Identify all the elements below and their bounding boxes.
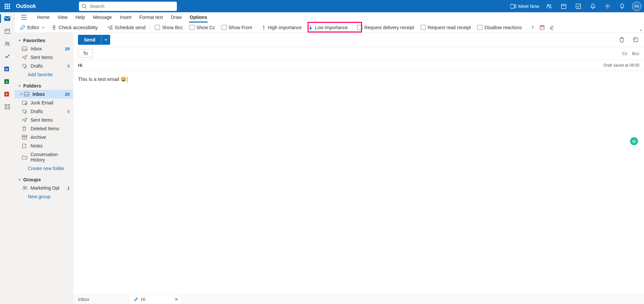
favorites-drafts[interactable]: Drafts 9 xyxy=(15,62,73,70)
favorites-header[interactable]: Favorites xyxy=(15,36,73,44)
search-icon xyxy=(82,4,87,9)
rail-calendar-icon[interactable] xyxy=(0,25,15,37)
favorites-sent[interactable]: Sent Items xyxy=(15,53,73,62)
send-dropdown-icon[interactable] xyxy=(101,35,110,45)
grammarly-icon[interactable]: G xyxy=(630,137,638,145)
signature-button[interactable] xyxy=(547,23,556,32)
folders-section: Folders Inbox 29 Junk Email Drafts xyxy=(15,82,73,173)
popout-button[interactable] xyxy=(632,36,639,43)
checkbox-icon xyxy=(357,25,362,30)
high-importance-button[interactable]: High importance xyxy=(258,23,305,32)
rail-powerpoint-icon[interactable]: P xyxy=(0,88,15,100)
editor-button[interactable]: Editor xyxy=(17,23,48,32)
rail-todo-icon[interactable] xyxy=(0,50,15,63)
accessibility-icon xyxy=(51,25,57,30)
svg-rect-41 xyxy=(23,137,27,139)
create-folder-link[interactable]: Create new folder xyxy=(15,164,73,173)
task-icon[interactable] xyxy=(574,2,583,11)
favorites-inbox[interactable]: Inbox 29 xyxy=(15,44,73,53)
tab-message[interactable]: Message xyxy=(89,12,116,22)
emoji-icon: 😀 xyxy=(120,76,127,82)
folder-drafts[interactable]: Drafts 9 xyxy=(15,107,73,116)
calendar-icon[interactable] xyxy=(559,2,568,11)
rail-people-icon[interactable] xyxy=(0,37,15,50)
nav-toggle-icon[interactable] xyxy=(19,12,29,22)
email-body[interactable]: This is a test email 😀 G xyxy=(73,71,644,294)
chevron-down-icon xyxy=(41,26,45,29)
discard-button[interactable] xyxy=(618,36,625,43)
groups-header[interactable]: Groups xyxy=(15,175,73,184)
send-button[interactable]: Send xyxy=(78,35,110,45)
folder-nav-pane: Favorites Inbox 29 Sent Items Drafts xyxy=(15,33,73,304)
compose-pane: Send To Cc Bcc xyxy=(73,33,644,304)
subject-input[interactable] xyxy=(78,63,604,68)
new-group-link[interactable]: New group xyxy=(15,192,73,201)
folder-conversation-history[interactable]: Conversation History xyxy=(15,150,73,164)
high-importance-icon xyxy=(262,25,266,30)
search-input[interactable] xyxy=(90,4,174,9)
left-app-rail: W X P xyxy=(0,12,15,304)
rail-excel-icon[interactable]: X xyxy=(0,75,15,88)
teams-icon[interactable] xyxy=(544,2,554,11)
folder-deleted[interactable]: Deleted Items xyxy=(15,124,73,133)
text-icon: T xyxy=(530,25,536,30)
divider xyxy=(103,24,103,31)
schedule-send-button[interactable]: Schedule send xyxy=(104,23,149,32)
bottom-tab-draft[interactable]: Hi ✕ xyxy=(129,294,181,304)
cc-link[interactable]: Cc xyxy=(622,51,627,56)
add-favorite-link[interactable]: Add favorite xyxy=(15,70,73,79)
folder-junk[interactable]: Junk Email xyxy=(15,98,73,107)
draft-icon xyxy=(22,63,28,69)
bcc-link[interactable]: Bcc xyxy=(632,51,639,56)
folders-header[interactable]: Folders xyxy=(15,82,73,90)
group-marketing[interactable]: Marketing Dpt 1 xyxy=(15,184,73,192)
ribbon-tabs: Home View Help Message Insert Format tex… xyxy=(15,12,644,22)
rail-word-icon[interactable]: W xyxy=(0,63,15,75)
show-cc-checkbox[interactable]: Show Cc xyxy=(186,23,218,32)
folder-inbox[interactable]: Inbox 29 xyxy=(15,90,73,98)
tab-help[interactable]: Help xyxy=(71,12,89,22)
check-accessibility-button[interactable]: Check accessibility xyxy=(48,23,101,32)
save-template-button[interactable] xyxy=(537,23,547,32)
subject-row: Draft saved at 08:50 xyxy=(73,60,644,71)
to-input[interactable] xyxy=(96,51,622,56)
svg-point-13 xyxy=(8,42,9,44)
tab-draw[interactable]: Draw xyxy=(167,12,186,22)
show-bcc-checkbox[interactable]: Show Bcc xyxy=(152,23,186,32)
meet-now-button[interactable]: Meet Now xyxy=(510,4,539,9)
close-tab-icon[interactable]: ✕ xyxy=(175,297,179,302)
request-delivery-receipt-checkbox[interactable]: Request delivery receipt xyxy=(354,23,417,32)
account-avatar[interactable]: PA xyxy=(632,2,641,11)
ribbon-expand-icon[interactable] xyxy=(639,28,643,32)
tab-view[interactable]: View xyxy=(53,12,71,22)
header-right: Meet Now PA xyxy=(510,2,641,11)
search-box[interactable] xyxy=(79,2,177,11)
svg-rect-9 xyxy=(4,16,10,21)
folder-archive[interactable]: Archive xyxy=(15,133,73,142)
tab-home[interactable]: Home xyxy=(33,12,53,22)
tips-icon[interactable] xyxy=(617,2,627,11)
tab-insert[interactable]: Insert xyxy=(116,12,135,22)
inbox-icon xyxy=(22,46,28,51)
to-button[interactable]: To xyxy=(78,49,93,58)
ribbon-commands: Editor Check accessibility Schedule send… xyxy=(15,22,644,33)
bell-icon[interactable] xyxy=(588,2,598,11)
rail-mail-icon[interactable] xyxy=(0,12,15,25)
plain-text-button[interactable]: T xyxy=(528,23,537,32)
folder-sent[interactable]: Sent Items xyxy=(15,116,73,124)
tab-options[interactable]: Options xyxy=(186,12,211,22)
tab-format-text[interactable]: Format text xyxy=(135,12,167,22)
disallow-reactions-checkbox[interactable]: Disallow reactions xyxy=(474,23,525,32)
bottom-tab-inbox[interactable]: Inbox xyxy=(73,294,129,304)
app-launcher-icon[interactable] xyxy=(3,2,12,11)
folder-notes[interactable]: Notes xyxy=(15,142,73,150)
rail-more-apps-icon[interactable] xyxy=(0,100,15,113)
divider xyxy=(257,24,257,31)
svg-point-30 xyxy=(263,29,264,30)
show-from-checkbox[interactable]: Show From xyxy=(218,23,256,32)
video-icon xyxy=(510,4,516,9)
settings-icon[interactable] xyxy=(603,2,612,11)
note-icon xyxy=(22,143,28,149)
request-read-receipt-checkbox[interactable]: Request read receipt xyxy=(417,23,474,32)
low-importance-button[interactable]: Low importance xyxy=(305,23,351,32)
